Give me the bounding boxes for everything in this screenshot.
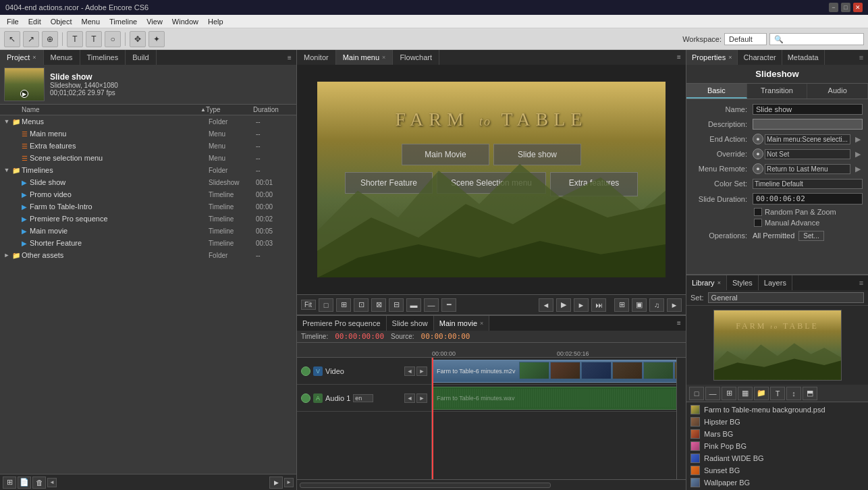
prop-value-slide-duration[interactable] bbox=[753, 193, 863, 205]
tab-main-movie-tl[interactable]: Main movie × bbox=[434, 316, 490, 331]
menu-timeline[interactable]: Timeline bbox=[105, 17, 141, 26]
menu-file[interactable]: File bbox=[3, 17, 23, 26]
tree-row-slide-show[interactable]: ▶ Slide show Slideshow 00:01 bbox=[0, 176, 296, 188]
preview-tool-5[interactable]: ⊟ bbox=[389, 298, 404, 312]
checkbox-manual-advance[interactable] bbox=[754, 219, 762, 227]
expand-timelines[interactable]: ▼ bbox=[3, 167, 11, 173]
preview-nav-play[interactable]: ▶ bbox=[556, 298, 571, 312]
set-button[interactable]: Set... bbox=[798, 231, 823, 241]
tree-row-extra-features[interactable]: ☰ Extra features Menu -- bbox=[0, 140, 296, 152]
subtab-basic[interactable]: Basic bbox=[686, 84, 747, 99]
lib-tool-2[interactable]: — bbox=[705, 387, 720, 400]
fit-dropdown[interactable]: Fit bbox=[301, 300, 316, 310]
audio-track-enable[interactable] bbox=[301, 393, 310, 403]
tree-row-other-assets[interactable]: ► 📁 Other assets Folder -- bbox=[0, 249, 296, 261]
menu-help[interactable]: Help bbox=[204, 17, 227, 26]
right-panel-menu[interactable]: ≡ bbox=[855, 50, 868, 65]
video-track-enable[interactable] bbox=[301, 366, 310, 376]
override-dropdown[interactable]: Not Set bbox=[765, 149, 850, 159]
tool-move[interactable]: ✥ bbox=[130, 31, 146, 47]
preview-tool-7[interactable]: — bbox=[424, 298, 439, 312]
lib-tool-3[interactable]: ⊞ bbox=[722, 387, 736, 400]
video-right-btn[interactable]: ► bbox=[416, 366, 427, 376]
tree-row-scene-selection[interactable]: ☰ Scene selection menu Menu -- bbox=[0, 152, 296, 164]
tab-character[interactable]: Character bbox=[738, 50, 782, 65]
lib-tool-8[interactable]: ⬒ bbox=[803, 387, 817, 400]
end-action-arrow[interactable]: ▶ bbox=[853, 134, 863, 144]
tab-main-movie-close[interactable]: × bbox=[480, 320, 483, 327]
tab-build[interactable]: Build bbox=[126, 50, 156, 65]
audio-right-btn[interactable]: ► bbox=[416, 393, 427, 403]
tab-styles[interactable]: Styles bbox=[727, 275, 759, 290]
override-arrow[interactable]: ▶ bbox=[853, 149, 863, 159]
timeline-scrollbar[interactable] bbox=[300, 483, 551, 488]
lib-tool-1[interactable]: □ bbox=[689, 387, 704, 400]
timeline-panel-menu[interactable]: ≡ bbox=[672, 316, 686, 329]
tab-monitor[interactable]: Monitor bbox=[297, 50, 336, 65]
proj-new-btn[interactable]: 📄 bbox=[18, 477, 31, 489]
expand-menus[interactable]: ▼ bbox=[3, 118, 11, 125]
audio-left-btn[interactable]: ◄ bbox=[404, 393, 415, 403]
tree-row-promo-video[interactable]: ▶ Promo video Timeline 00:00 bbox=[0, 188, 296, 200]
video-clip[interactable]: Farm to Table-6 minutes.m2v bbox=[432, 360, 676, 383]
menu-window[interactable]: Window bbox=[168, 17, 202, 26]
tree-row-premiere-seq[interactable]: ▶ Premiere Pro sequence Timeline 00:02 bbox=[0, 213, 296, 225]
preview-safe-area[interactable]: ⊞ bbox=[614, 298, 629, 312]
workspace-dropdown[interactable]: Default bbox=[724, 33, 767, 45]
tab-library[interactable]: Library × bbox=[686, 275, 727, 290]
preview-more[interactable]: ► bbox=[667, 298, 682, 312]
proj-filter-btn[interactable]: ⊞ bbox=[3, 477, 16, 489]
tab-menus[interactable]: Menus bbox=[44, 50, 80, 65]
lib-panel-menu[interactable]: ≡ bbox=[855, 275, 868, 290]
lib-tool-6[interactable]: T bbox=[770, 387, 785, 400]
tab-flowchart[interactable]: Flowchart bbox=[393, 50, 439, 65]
center-panel-menu[interactable]: ≡ bbox=[672, 50, 686, 63]
lib-set-dropdown[interactable]: General bbox=[708, 292, 864, 303]
lib-item-6[interactable]: Wallpaper BG bbox=[690, 477, 864, 489]
minimize-button[interactable]: − bbox=[829, 3, 838, 12]
preview-nav-next[interactable]: ► bbox=[574, 298, 589, 312]
preview-tool-6[interactable]: ▬ bbox=[406, 298, 421, 312]
preview-tool-1[interactable]: □ bbox=[319, 298, 333, 312]
tab-layers[interactable]: Layers bbox=[759, 275, 792, 290]
tab-properties-close[interactable]: × bbox=[728, 54, 732, 61]
tab-project[interactable]: Project × bbox=[0, 50, 44, 65]
tool-direct-select[interactable]: ↗ bbox=[23, 31, 39, 47]
end-action-dropdown[interactable]: Main menu:Scene selecti... bbox=[765, 134, 850, 144]
audio-clip[interactable]: Farm to Table-6 minutes.wav bbox=[432, 387, 676, 410]
tab-slide-show-tl[interactable]: Slide show bbox=[387, 316, 434, 331]
preview-remote[interactable]: ▣ bbox=[632, 298, 647, 312]
tab-main-menu-close[interactable]: × bbox=[382, 54, 385, 61]
video-left-btn[interactable]: ◄ bbox=[404, 366, 415, 376]
tab-library-close[interactable]: × bbox=[717, 279, 721, 286]
tab-main-menu[interactable]: Main menu × bbox=[336, 50, 394, 65]
menu-edit[interactable]: Edit bbox=[24, 17, 45, 26]
menu-menu[interactable]: Menu bbox=[78, 17, 105, 26]
tool-zoom[interactable]: ⊕ bbox=[42, 31, 58, 47]
proj-play-btn[interactable]: ▶ bbox=[269, 477, 283, 489]
search-input[interactable] bbox=[769, 33, 864, 45]
prop-value-description[interactable] bbox=[753, 119, 863, 130]
lib-tool-4[interactable]: ▦ bbox=[738, 387, 753, 400]
tool-vertical-text[interactable]: T bbox=[86, 31, 102, 47]
scroll-down-btn[interactable]: ► bbox=[284, 478, 294, 487]
menu-remote-arrow[interactable]: ▶ bbox=[853, 164, 863, 173]
subtab-transition[interactable]: Transition bbox=[747, 84, 808, 99]
tool-text[interactable]: T bbox=[67, 31, 83, 47]
tab-project-close[interactable]: × bbox=[32, 54, 36, 61]
lib-item-4[interactable]: Radiant WIDE BG bbox=[690, 452, 864, 464]
panel-menu-button[interactable]: ≡ bbox=[283, 51, 296, 64]
audio-lang-select[interactable]: en bbox=[353, 394, 373, 402]
color-set-dropdown[interactable]: Timeline Default bbox=[753, 179, 863, 189]
tab-properties[interactable]: Properties × bbox=[686, 50, 738, 65]
tree-row-main-movie[interactable]: ▶ Main movie Timeline 00:05 bbox=[0, 225, 296, 237]
preview-nav-end[interactable]: ⏭ bbox=[591, 298, 606, 312]
prop-value-name[interactable] bbox=[753, 104, 863, 115]
preview-tool-2[interactable]: ⊞ bbox=[336, 298, 351, 312]
lib-item-1[interactable]: Hipster BG bbox=[690, 416, 864, 428]
proj-delete-btn[interactable]: 🗑 bbox=[32, 477, 46, 489]
close-button[interactable]: ✕ bbox=[853, 3, 863, 12]
tree-row-shorter-feature[interactable]: ▶ Shorter Feature Timeline 00:03 bbox=[0, 237, 296, 249]
menu-remote-dropdown[interactable]: Return to Last Menu bbox=[765, 164, 850, 174]
preview-tool-8[interactable]: ━ bbox=[441, 298, 456, 312]
